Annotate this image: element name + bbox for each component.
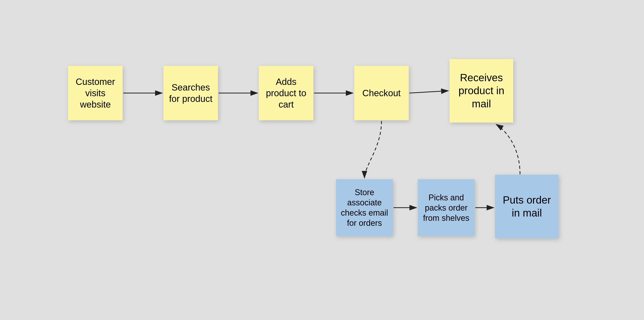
note-receives-product-label: Receives product in mail xyxy=(454,71,509,110)
note-customer-visits-label: Customer visits website xyxy=(72,76,118,110)
note-puts-order[interactable]: Puts order in mail xyxy=(495,175,558,238)
note-receives-product[interactable]: Receives product in mail xyxy=(450,59,513,123)
note-checkout-label: Checkout xyxy=(362,87,401,99)
note-picks-packs-label: Picks and packs order from shelves xyxy=(422,192,470,223)
arrows-overlay xyxy=(0,0,644,320)
canvas: Customer visits website Searches for pro… xyxy=(0,0,644,320)
note-adds-cart-label: Adds product to cart xyxy=(263,76,309,110)
note-searches-product-label: Searches for product xyxy=(168,82,214,104)
note-picks-packs[interactable]: Picks and packs order from shelves xyxy=(418,179,474,236)
note-puts-order-label: Puts order in mail xyxy=(499,194,554,220)
note-store-associate[interactable]: Store associate checks email for orders xyxy=(336,179,393,236)
note-searches-product[interactable]: Searches for product xyxy=(164,66,218,120)
note-adds-cart[interactable]: Adds product to cart xyxy=(259,66,313,120)
note-customer-visits[interactable]: Customer visits website xyxy=(68,66,122,120)
note-checkout[interactable]: Checkout xyxy=(354,66,409,120)
svg-line-5 xyxy=(410,91,448,93)
note-store-associate-label: Store associate checks email for orders xyxy=(340,187,389,228)
